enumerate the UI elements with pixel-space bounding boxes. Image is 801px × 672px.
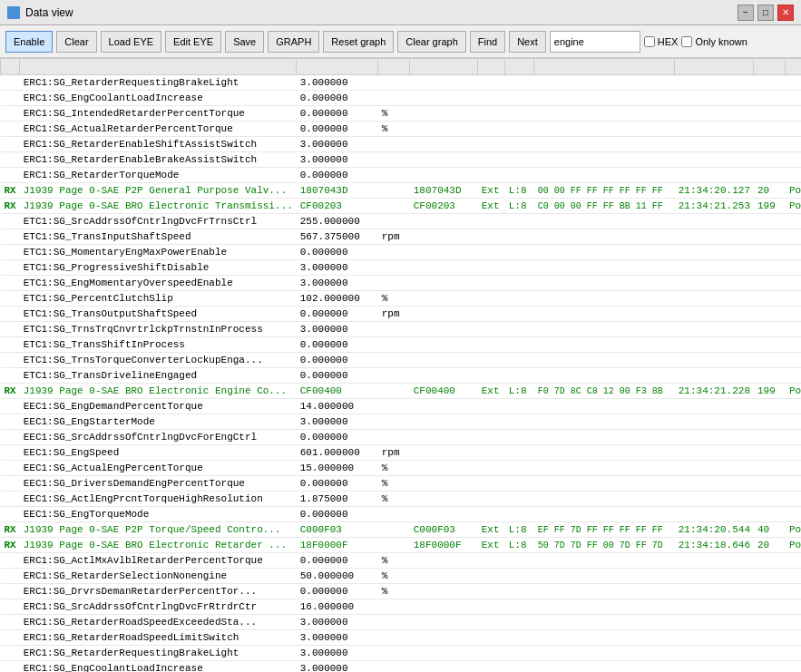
row-cell (786, 569, 801, 584)
row-cell (754, 353, 786, 368)
row-name: ERC1:SG_ActlMxAvlblRetarderPercentTorque (20, 553, 297, 569)
row-cell (505, 368, 534, 384)
row-cell (675, 276, 754, 291)
row-cell (534, 584, 675, 599)
row-cell: 18F0000F (410, 538, 478, 553)
table-row: EEC1:SG_SrcAddrssOfCntrlngDvcForEngCtrl0… (1, 430, 802, 445)
only-known-checkbox[interactable] (681, 36, 692, 47)
row-cell (675, 353, 754, 368)
row-cell (754, 322, 786, 337)
row-cell (410, 646, 478, 661)
row-name: EEC1:SG_EngDemandPercentTorque (20, 399, 297, 414)
reset-graph-button[interactable]: Reset graph (323, 31, 394, 53)
load-eye-button[interactable]: Load EYE (101, 31, 162, 53)
row-cell (534, 661, 675, 673)
table-row: ERC1:SG_SrcAddrssOfCntrlngDvcFrRtrdrCtr1… (1, 599, 802, 615)
row-cell: Port 1 (786, 183, 801, 199)
row-cell: 00 00 FF FF FF FF FF FF (534, 183, 675, 199)
row-cell: % (378, 106, 410, 122)
row-value: 0.000000 (297, 476, 378, 492)
row-value: 3.000000 (297, 630, 378, 646)
table-row: ERC1:SG_ActlMxAvlblRetarderPercentTorque… (1, 553, 802, 569)
row-cell (786, 245, 801, 260)
row-cell (675, 461, 754, 476)
close-button[interactable]: ✕ (777, 5, 794, 21)
row-cell: % (378, 569, 410, 584)
table-row: ETC1:SG_TrnsTorqueConverterLockupEnga...… (1, 353, 802, 368)
row-cell (505, 507, 534, 522)
find-button[interactable]: Find (470, 31, 505, 53)
edit-eye-button[interactable]: Edit EYE (165, 31, 221, 53)
save-button[interactable]: Save (225, 31, 264, 53)
row-cell (478, 307, 505, 322)
row-cell (1, 276, 20, 291)
row-value: 1.875000 (297, 492, 378, 507)
clear-graph-button[interactable]: Clear graph (397, 31, 465, 53)
row-name: ETC1:SG_TransDrivelineEngaged (20, 368, 297, 384)
row-cell (505, 615, 534, 630)
row-cell (754, 168, 786, 183)
search-input[interactable] (550, 31, 640, 53)
row-cell (478, 630, 505, 646)
enable-button[interactable]: Enable (5, 31, 53, 53)
row-cell (754, 630, 786, 646)
row-cell (1, 152, 20, 168)
row-cell (1, 399, 20, 414)
row-cell: L:8 (505, 538, 534, 553)
table-row: ETC1:SG_ProgressiveShiftDisable3.000000U… (1, 260, 802, 276)
row-value: 255.000000 (297, 214, 378, 229)
next-button[interactable]: Next (509, 31, 546, 53)
row-cell (1, 168, 20, 183)
row-cell (1, 461, 20, 476)
row-cell (754, 414, 786, 430)
graph-button[interactable]: GRAPH (268, 31, 319, 53)
clear-button[interactable]: Clear (56, 31, 96, 53)
row-cell: 1807043D (410, 183, 478, 199)
row-value: 50.000000 (297, 569, 378, 584)
row-cell (534, 122, 675, 137)
row-cell (675, 646, 754, 661)
row-name: ETC1:SG_EngMomentaryOverspeedEnable (20, 276, 297, 291)
row-value: 0.000000 (297, 584, 378, 599)
row-cell (478, 569, 505, 584)
row-name: ETC1:SG_MomentaryEngMaxPowerEnable (20, 245, 297, 260)
row-cell: % (378, 291, 410, 307)
row-cell (410, 106, 478, 122)
table-row: EEC1:SG_ActlEngPrcntTorqueHighResolution… (1, 492, 802, 507)
table-row: ERC1:SG_RetarderRequestingBrakeLight3.00… (1, 646, 802, 661)
row-cell (505, 461, 534, 476)
table-row: ETC1:SG_TransShiftInProcess0.000000UNSIG… (1, 337, 802, 353)
row-cell (675, 122, 754, 137)
hex-label: HEX (658, 36, 679, 47)
row-cell (505, 445, 534, 461)
only-known-label: Only known (695, 36, 747, 47)
row-cell (478, 168, 505, 183)
row-cell: CF00400 (410, 384, 478, 399)
hex-checkbox[interactable] (644, 36, 655, 47)
row-cell (378, 199, 410, 214)
row-cell (754, 106, 786, 122)
row-cell (754, 229, 786, 245)
row-cell (754, 646, 786, 661)
row-cell (675, 414, 754, 430)
row-cell (534, 599, 675, 615)
row-cell (786, 307, 801, 322)
row-cell: % (378, 584, 410, 599)
table-row: RXJ1939 Page 0-SAE BRO Electronic Engine… (1, 384, 802, 399)
row-value: 3.000000 (297, 260, 378, 276)
row-cell (1, 553, 20, 569)
row-cell (410, 168, 478, 183)
row-name: ETC1:SG_TrnsTorqueConverterLockupEnga... (20, 353, 297, 368)
row-value: 3.000000 (297, 75, 378, 91)
row-value: 1807043D (297, 183, 378, 199)
maximize-button[interactable]: □ (757, 5, 774, 21)
row-cell (478, 152, 505, 168)
row-cell (505, 229, 534, 245)
table-row: ETC1:SG_TrnsTrqCnvrtrlckpTrnstnInProcess… (1, 322, 802, 337)
table-row: ERC1:SG_RetarderRoadSpeedExceededSta...3… (1, 615, 802, 630)
row-name: EEC1:SG_DriversDemandEngPercentTorque (20, 476, 297, 492)
row-cell (378, 322, 410, 337)
row-cell (534, 445, 675, 461)
minimize-button[interactable]: − (738, 5, 754, 21)
row-cell (378, 615, 410, 630)
